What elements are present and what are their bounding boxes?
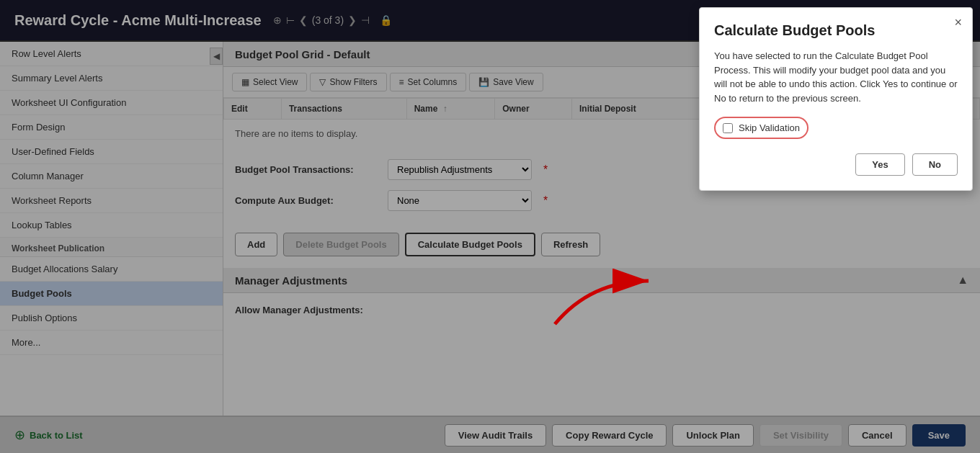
modal-body: You have selected to run the Calculate B…	[714, 49, 958, 105]
modal-yes-btn[interactable]: Yes	[855, 153, 904, 176]
modal-title: Calculate Budget Pools	[714, 22, 958, 39]
modal-no-btn[interactable]: No	[912, 153, 958, 176]
skip-validation-row: Skip Validation	[714, 117, 808, 139]
modal-footer: Yes No	[714, 153, 958, 176]
skip-validation-checkbox[interactable]	[723, 123, 733, 133]
modal-close-btn[interactable]: ×	[954, 15, 962, 30]
calculate-budget-pools-modal: × Calculate Budget Pools You have select…	[699, 7, 973, 191]
modal-overlay: × Calculate Budget Pools You have select…	[0, 0, 980, 453]
skip-validation-label: Skip Validation	[739, 122, 800, 133]
